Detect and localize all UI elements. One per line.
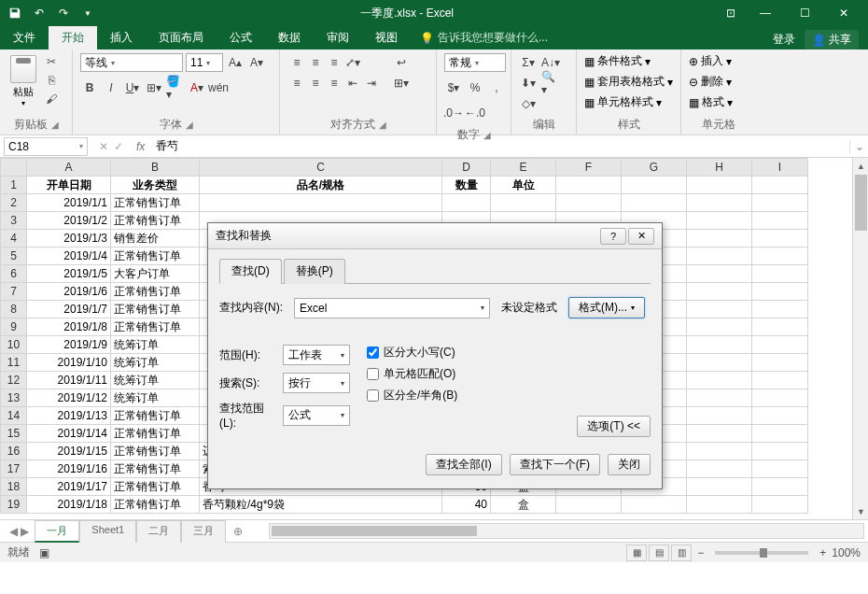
phonetic-icon[interactable]: wén <box>209 78 228 97</box>
cell[interactable] <box>556 194 622 212</box>
cell[interactable]: 开单日期 <box>27 177 111 194</box>
cell[interactable] <box>687 354 752 372</box>
ribbon-options-icon[interactable]: ⊡ <box>717 2 745 24</box>
scroll-up-icon[interactable]: ▲ <box>853 158 868 174</box>
cell[interactable] <box>687 372 752 389</box>
cell[interactable] <box>687 425 752 443</box>
cell[interactable] <box>752 425 808 443</box>
cell[interactable]: 2019/1/8 <box>27 318 111 336</box>
cell[interactable] <box>752 230 808 248</box>
find-what-input[interactable]: Excel▾ <box>294 298 490 318</box>
save-icon[interactable] <box>6 4 24 22</box>
cell[interactable]: 40 <box>442 496 491 514</box>
cell[interactable]: 2019/1/10 <box>27 354 111 372</box>
sort-filter-icon[interactable]: A↓▾ <box>541 53 560 72</box>
fill-icon[interactable]: ⬇▾ <box>519 74 538 92</box>
cell[interactable] <box>442 194 491 212</box>
zoom-level[interactable]: 100% <box>832 546 861 559</box>
cell[interactable]: 统筹订单 <box>111 372 200 389</box>
tab-formulas[interactable]: 公式 <box>217 26 265 50</box>
cell[interactable] <box>687 283 752 301</box>
underline-icon[interactable]: U▾ <box>123 78 142 97</box>
cell[interactable] <box>752 265 808 283</box>
col-header[interactable]: D <box>442 159 491 177</box>
cell[interactable] <box>752 460 808 478</box>
orientation-icon[interactable]: ⤢▾ <box>343 53 362 72</box>
cell[interactable] <box>687 318 752 336</box>
maximize-button[interactable]: ☐ <box>786 2 823 24</box>
align-right-icon[interactable]: ≡ <box>325 74 343 92</box>
cell[interactable] <box>491 194 556 212</box>
tab-pagelayout[interactable]: 页面布局 <box>146 26 217 50</box>
find-tab[interactable]: 查找(D) <box>219 259 282 284</box>
fx-icon[interactable]: fx <box>131 140 150 153</box>
table-format-button[interactable]: ▦套用表格格式▾ <box>584 74 673 90</box>
cell[interactable] <box>752 318 808 336</box>
inc-decimal-icon[interactable]: .0→ <box>444 104 463 122</box>
cell[interactable] <box>687 301 752 318</box>
cell[interactable] <box>200 194 442 212</box>
vscroll-thumb[interactable] <box>855 175 867 231</box>
cell[interactable] <box>687 248 752 265</box>
zoom-in-icon[interactable]: + <box>816 546 830 559</box>
cell[interactable] <box>752 443 808 460</box>
col-header[interactable]: C <box>200 159 442 177</box>
tab-insert[interactable]: 插入 <box>97 26 146 50</box>
row-header[interactable]: 12 <box>1 372 27 389</box>
close-button[interactable]: ✕ <box>825 2 862 24</box>
row-header[interactable]: 9 <box>1 318 27 336</box>
cell[interactable]: 2019/1/1 <box>27 194 111 212</box>
wrap-text-icon[interactable]: ↩ <box>390 53 413 72</box>
align-center-icon[interactable]: ≡ <box>306 74 325 92</box>
row-header[interactable]: 5 <box>1 248 27 265</box>
tab-data[interactable]: 数据 <box>265 26 314 50</box>
cell[interactable] <box>752 336 808 354</box>
cell[interactable]: 正常销售订单 <box>111 318 200 336</box>
minimize-button[interactable]: — <box>747 2 784 24</box>
tab-home[interactable]: 开始 <box>49 26 97 50</box>
cell[interactable]: 业务类型 <box>111 177 200 194</box>
row-header[interactable]: 7 <box>1 283 27 301</box>
row-header[interactable]: 14 <box>1 407 27 425</box>
cell[interactable]: 大客户订单 <box>111 265 200 283</box>
number-format-combo[interactable]: 常规▾ <box>444 53 506 72</box>
conditional-format-button[interactable]: ▦条件格式▾ <box>584 53 651 69</box>
decrease-font-icon[interactable]: A▾ <box>247 53 266 72</box>
cell[interactable] <box>622 177 687 194</box>
cell[interactable] <box>752 194 808 212</box>
row-header[interactable]: 1 <box>1 177 27 194</box>
page-break-view-icon[interactable]: ▥ <box>671 544 692 561</box>
cell[interactable]: 正常销售订单 <box>111 443 200 460</box>
delete-cells-button[interactable]: ⊖删除▾ <box>689 74 732 90</box>
cell[interactable]: 2019/1/18 <box>27 496 111 514</box>
scroll-down-icon[interactable]: ▼ <box>853 503 868 519</box>
cell[interactable] <box>687 336 752 354</box>
row-header[interactable]: 17 <box>1 460 27 478</box>
cell[interactable]: 2019/1/14 <box>27 425 111 443</box>
redo-icon[interactable]: ↷ <box>54 4 73 22</box>
cell[interactable]: 正常销售订单 <box>111 248 200 265</box>
tab-review[interactable]: 审阅 <box>314 26 362 50</box>
search-combo[interactable]: 按行▾ <box>283 373 350 393</box>
bold-icon[interactable]: B <box>80 78 99 97</box>
select-all[interactable] <box>1 159 27 177</box>
cell[interactable] <box>752 496 808 514</box>
italic-icon[interactable]: I <box>102 78 120 97</box>
row-header[interactable]: 2 <box>1 194 27 212</box>
cell[interactable] <box>687 194 752 212</box>
cell-styles-button[interactable]: ▦单元格样式▾ <box>584 94 662 110</box>
row-header[interactable]: 3 <box>1 212 27 230</box>
cut-icon[interactable]: ✂ <box>43 53 60 70</box>
share-button[interactable]: 👤共享 <box>805 30 859 50</box>
match-width-checkbox[interactable]: 区分全/半角(B) <box>367 388 457 403</box>
range-combo[interactable]: 工作表▾ <box>283 345 350 365</box>
cell[interactable]: 统筹订单 <box>111 389 200 407</box>
cell[interactable]: 2019/1/3 <box>27 230 111 248</box>
align-launcher[interactable]: ◢ <box>379 120 386 130</box>
cell[interactable] <box>687 407 752 425</box>
cell[interactable]: 正常销售订单 <box>111 496 200 514</box>
zoom-slider[interactable] <box>715 551 808 555</box>
find-all-button[interactable]: 查找全部(I) <box>426 454 501 475</box>
cell[interactable] <box>687 443 752 460</box>
row-header[interactable]: 6 <box>1 265 27 283</box>
